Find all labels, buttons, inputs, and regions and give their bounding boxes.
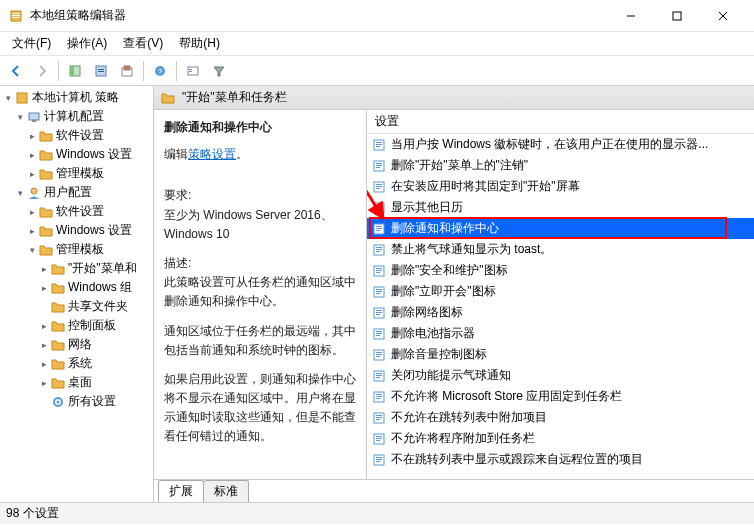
list-row[interactable]: 显示其他日历 bbox=[367, 197, 754, 218]
tree-node[interactable]: ▸控制面板 bbox=[0, 316, 153, 335]
tree-label: 共享文件夹 bbox=[68, 298, 128, 315]
svg-rect-80 bbox=[376, 417, 382, 418]
policy-icon bbox=[371, 368, 387, 384]
list-row[interactable]: 在安装应用时将其固定到"开始"屏幕 bbox=[367, 176, 754, 197]
tree-node[interactable]: 共享文件夹 bbox=[0, 297, 153, 316]
list-row[interactable]: 不允许将 Microsoft Store 应用固定到任务栏 bbox=[367, 386, 754, 407]
properties-button[interactable] bbox=[89, 59, 113, 83]
tree-node[interactable]: ▸Windows 设置 bbox=[0, 221, 153, 240]
tree-node[interactable]: ▸系统 bbox=[0, 354, 153, 373]
close-button[interactable] bbox=[700, 0, 746, 32]
menu-help[interactable]: 帮助(H) bbox=[171, 33, 228, 54]
list-row[interactable]: 不允许将程序附加到任务栏 bbox=[367, 428, 754, 449]
list-item-label: 当用户按 Windows 徽标键时，在该用户正在使用的显示器... bbox=[391, 136, 708, 153]
list-row[interactable]: 删除"安全和维护"图标 bbox=[367, 260, 754, 281]
tree-label: 管理模板 bbox=[56, 241, 104, 258]
titlebar-buttons bbox=[608, 0, 746, 32]
list-row[interactable]: 删除网络图标 bbox=[367, 302, 754, 323]
tree-root[interactable]: ▾本地计算机 策略 bbox=[0, 88, 153, 107]
tree-node[interactable]: ▸网络 bbox=[0, 335, 153, 354]
list-row[interactable]: 删除音量控制图标 bbox=[367, 344, 754, 365]
svg-rect-51 bbox=[376, 268, 382, 269]
right-pane: "开始"菜单和任务栏 删除通知和操作中心 编辑策略设置。 要求: 至少为 Win… bbox=[154, 86, 754, 502]
list-item-label: 删除音量控制图标 bbox=[391, 346, 487, 363]
tab-standard[interactable]: 标准 bbox=[203, 480, 249, 502]
svg-rect-9 bbox=[70, 66, 74, 76]
list-row[interactable]: 不在跳转列表中显示或跟踪来自远程位置的项目 bbox=[367, 449, 754, 470]
svg-rect-49 bbox=[376, 251, 380, 252]
policy-icon bbox=[371, 452, 387, 468]
menu-file[interactable]: 文件(F) bbox=[4, 33, 59, 54]
edit-prefix: 编辑 bbox=[164, 147, 188, 161]
tree-node[interactable]: ▸桌面 bbox=[0, 373, 153, 392]
list-row[interactable]: 不允许在跳转列表中附加项目 bbox=[367, 407, 754, 428]
export-button[interactable] bbox=[115, 59, 139, 83]
tree-pane[interactable]: ▾本地计算机 策略 ▾计算机配置 ▸软件设置 ▸Windows 设置 ▸管理模板… bbox=[0, 86, 154, 502]
tree-node-start-taskbar[interactable]: ▸"开始"菜单和 bbox=[0, 259, 153, 278]
show-hide-button[interactable] bbox=[63, 59, 87, 83]
all-settings-button[interactable] bbox=[181, 59, 205, 83]
svg-rect-57 bbox=[376, 293, 380, 294]
forward-button[interactable] bbox=[30, 59, 54, 83]
list-header-settings[interactable]: 设置 bbox=[367, 110, 754, 134]
tree-label: 软件设置 bbox=[56, 203, 104, 220]
svg-rect-75 bbox=[376, 394, 382, 395]
list-item-label: 删除网络图标 bbox=[391, 304, 463, 321]
list-item-label: 显示其他日历 bbox=[391, 199, 463, 216]
svg-rect-44 bbox=[376, 228, 382, 229]
back-button[interactable] bbox=[4, 59, 28, 83]
svg-rect-68 bbox=[376, 354, 382, 355]
tree-node[interactable]: ▸Windows 设置 bbox=[0, 145, 153, 164]
minimize-button[interactable] bbox=[608, 0, 654, 32]
svg-rect-87 bbox=[376, 457, 382, 458]
svg-rect-43 bbox=[376, 226, 382, 227]
svg-rect-52 bbox=[376, 270, 382, 271]
svg-rect-79 bbox=[376, 415, 382, 416]
settings-list[interactable]: 设置 当用户按 Windows 徽标键时，在该用户正在使用的显示器...删除"开… bbox=[366, 110, 754, 479]
list-item-label: 禁止将气球通知显示为 toast。 bbox=[391, 241, 552, 258]
svg-rect-12 bbox=[98, 71, 104, 72]
requirement-label: 要求: bbox=[164, 186, 356, 205]
tree-node-computer[interactable]: ▾计算机配置 bbox=[0, 107, 153, 126]
menu-action[interactable]: 操作(A) bbox=[59, 33, 115, 54]
policy-settings-link[interactable]: 策略设置 bbox=[188, 145, 236, 164]
tree-node-all-settings[interactable]: 所有设置 bbox=[0, 392, 153, 411]
list-item-label: 关闭功能提示气球通知 bbox=[391, 367, 511, 384]
path-text: "开始"菜单和任务栏 bbox=[182, 89, 287, 106]
list-row[interactable]: 禁止将气球通知显示为 toast。 bbox=[367, 239, 754, 260]
svg-rect-77 bbox=[376, 398, 380, 399]
tree-node-user[interactable]: ▾用户配置 bbox=[0, 183, 153, 202]
app-icon bbox=[8, 8, 24, 24]
maximize-button[interactable] bbox=[654, 0, 700, 32]
tree-node[interactable]: ▸Windows 组 bbox=[0, 278, 153, 297]
tree-node[interactable]: ▸管理模板 bbox=[0, 164, 153, 183]
help-button[interactable]: ? bbox=[148, 59, 172, 83]
svg-rect-14 bbox=[124, 66, 130, 70]
folder-icon bbox=[160, 90, 176, 106]
tree-label: Windows 设置 bbox=[56, 222, 132, 239]
svg-rect-85 bbox=[376, 440, 380, 441]
tree-node[interactable]: ▸软件设置 bbox=[0, 202, 153, 221]
list-item-label: 删除"立即开会"图标 bbox=[391, 283, 496, 300]
policy-icon bbox=[371, 158, 387, 174]
tree-label: Windows 组 bbox=[68, 279, 132, 296]
list-row[interactable]: 删除通知和操作中心 bbox=[367, 218, 754, 239]
list-row[interactable]: 当用户按 Windows 徽标键时，在该用户正在使用的显示器... bbox=[367, 134, 754, 155]
policy-icon bbox=[371, 242, 387, 258]
tree-node[interactable]: ▸软件设置 bbox=[0, 126, 153, 145]
policy-icon bbox=[371, 326, 387, 342]
list-row[interactable]: 删除"开始"菜单上的"注销" bbox=[367, 155, 754, 176]
list-row[interactable]: 删除"立即开会"图标 bbox=[367, 281, 754, 302]
svg-rect-2 bbox=[12, 15, 20, 16]
filter-button[interactable] bbox=[207, 59, 231, 83]
menu-view[interactable]: 查看(V) bbox=[115, 33, 171, 54]
tree-label: Windows 设置 bbox=[56, 146, 132, 163]
svg-rect-29 bbox=[376, 146, 380, 147]
list-row[interactable]: 删除电池指示器 bbox=[367, 323, 754, 344]
policy-icon bbox=[371, 347, 387, 363]
svg-text:?: ? bbox=[158, 67, 163, 76]
tab-extended[interactable]: 扩展 bbox=[158, 480, 204, 502]
svg-rect-76 bbox=[376, 396, 382, 397]
tree-node[interactable]: ▾管理模板 bbox=[0, 240, 153, 259]
list-row[interactable]: 关闭功能提示气球通知 bbox=[367, 365, 754, 386]
